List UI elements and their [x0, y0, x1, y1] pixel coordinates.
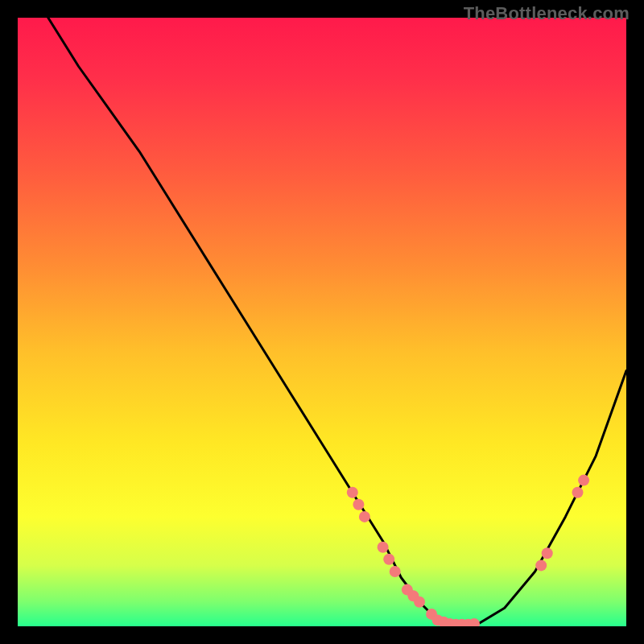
curve-marker: [535, 559, 547, 571]
curve-marker: [572, 487, 584, 498]
watermark-text: TheBottleneck.com: [464, 3, 630, 24]
curve-marker: [359, 511, 370, 522]
curve-marker: [578, 475, 589, 486]
curve-marker: [414, 597, 425, 608]
curve-marker: [383, 554, 394, 565]
curve-marker: [542, 547, 553, 559]
app-frame: TheBottleneck.com: [0, 0, 644, 644]
chart-plot: [18, 18, 626, 626]
curve-marker: [378, 542, 389, 553]
chart-svg: [18, 18, 626, 626]
curve-marker: [390, 566, 401, 577]
curve-marker: [347, 487, 358, 498]
curve-marker: [353, 499, 364, 510]
